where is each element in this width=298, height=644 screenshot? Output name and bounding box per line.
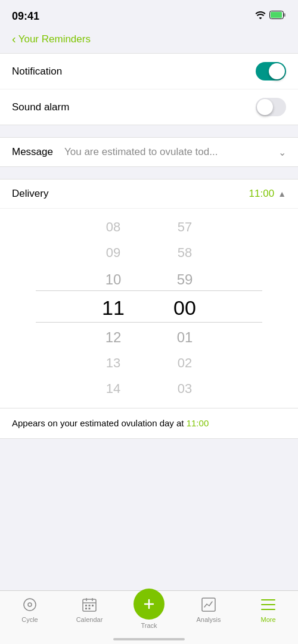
summary-section: Appears on your estimated ovulation day … (0, 408, 298, 439)
message-row[interactable]: Message You are estimated to ovulate tod… (0, 137, 298, 167)
sound-alarm-label: Sound alarm (12, 101, 69, 113)
delivery-chevron-icon: ▲ (278, 189, 286, 199)
svg-rect-13 (89, 608, 91, 609)
sound-alarm-toggle[interactable] (256, 98, 286, 116)
hour-item-14: 14 (95, 376, 131, 402)
section-divider-2 (0, 167, 298, 179)
track-plus-icon (134, 589, 164, 620)
nav-title: Your Reminders (18, 33, 91, 45)
hour-item-09: 09 (95, 240, 131, 266)
analysis-icon (200, 596, 218, 614)
status-bar: 09:41 (0, 0, 298, 30)
svg-rect-1 (271, 12, 282, 18)
svg-rect-12 (85, 608, 87, 609)
more-icon (259, 596, 277, 614)
time-picker[interactable]: 08 09 10 11 12 13 14 57 58 59 00 01 02 0… (0, 209, 298, 408)
calendar-icon (80, 596, 98, 614)
section-divider-1 (0, 125, 298, 137)
delivery-row[interactable]: Delivery 11:00 ▲ (0, 179, 298, 209)
nav-bar: ‹ Your Reminders (0, 30, 298, 53)
hour-item-10: 10 (95, 266, 131, 293)
tab-track-label: Track (141, 622, 157, 629)
hours-column: 08 09 10 11 12 13 14 (95, 215, 131, 402)
minute-item-02: 02 (167, 351, 203, 376)
tab-analysis-label: Analysis (197, 616, 221, 623)
tab-more[interactable]: More (238, 596, 298, 623)
sound-alarm-toggle-track (256, 98, 286, 116)
sound-alarm-toggle-thumb (257, 99, 273, 115)
svg-rect-2 (284, 13, 285, 17)
message-label: Message (12, 146, 60, 158)
tab-analysis[interactable]: Analysis (179, 596, 238, 623)
battery-icon (269, 11, 286, 21)
hour-item-08: 08 (95, 215, 131, 240)
notification-label: Notification (12, 66, 62, 78)
time-picker-inner: 08 09 10 11 12 13 14 57 58 59 00 01 02 0… (0, 215, 298, 402)
minute-item-59: 59 (167, 266, 203, 293)
notification-row: Notification (0, 54, 298, 89)
cycle-icon (21, 596, 39, 614)
delivery-label: Delivery (12, 188, 48, 200)
notification-toggle[interactable] (256, 62, 286, 80)
minute-item-01: 01 (167, 324, 203, 351)
back-chevron-icon: ‹ (12, 32, 16, 46)
tab-calendar[interactable]: Calendar (60, 596, 119, 623)
status-icons (255, 11, 286, 21)
selection-line-bottom (36, 322, 262, 323)
svg-rect-16 (202, 598, 215, 611)
minute-item-57: 57 (167, 215, 203, 240)
empty-space (0, 439, 298, 564)
minute-item-58: 58 (167, 240, 203, 266)
notification-toggle-thumb (269, 63, 285, 79)
svg-point-3 (24, 599, 36, 611)
notification-toggle-track (256, 62, 286, 80)
minute-item-00: 00 (167, 293, 203, 324)
svg-rect-11 (92, 605, 94, 606)
hour-item-13: 13 (95, 351, 131, 376)
picker-selection-lines (36, 290, 262, 354)
message-chevron-icon: ⌄ (278, 147, 286, 158)
back-button[interactable]: ‹ Your Reminders (12, 32, 91, 46)
summary-text-main: Appears on your estimated ovulation day … (12, 418, 187, 428)
delivery-section: Delivery 11:00 ▲ 08 09 10 11 12 13 14 (0, 179, 298, 439)
notification-section: Notification Sound alarm (0, 53, 298, 125)
svg-rect-9 (85, 605, 87, 606)
svg-rect-10 (89, 605, 91, 606)
tab-bar: Cycle Calendar Track (0, 590, 298, 644)
summary-text: Appears on your estimated ovulation day … (12, 418, 209, 428)
delivery-time: 11:00 (249, 188, 275, 200)
minutes-column: 57 58 59 00 01 02 03 (167, 215, 203, 402)
tab-calendar-label: Calendar (76, 616, 103, 623)
tab-cycle[interactable]: Cycle (0, 596, 60, 623)
tab-track[interactable]: Track (119, 596, 179, 629)
delivery-time-container: 11:00 ▲ (249, 188, 286, 200)
summary-time: 11:00 (187, 418, 209, 428)
status-time: 09:41 (12, 10, 39, 23)
minute-item-03: 03 (167, 376, 203, 402)
hour-item-11: 11 (95, 293, 131, 324)
tab-cycle-label: Cycle (21, 616, 38, 623)
wifi-icon (255, 11, 266, 21)
svg-point-4 (28, 603, 32, 606)
hour-item-12: 12 (95, 324, 131, 351)
selection-line-top (36, 290, 262, 291)
message-value: You are estimated to ovulate tod... (60, 146, 278, 158)
home-indicator (113, 638, 185, 640)
tab-more-label: More (260, 616, 275, 623)
sound-alarm-row: Sound alarm (0, 89, 298, 125)
